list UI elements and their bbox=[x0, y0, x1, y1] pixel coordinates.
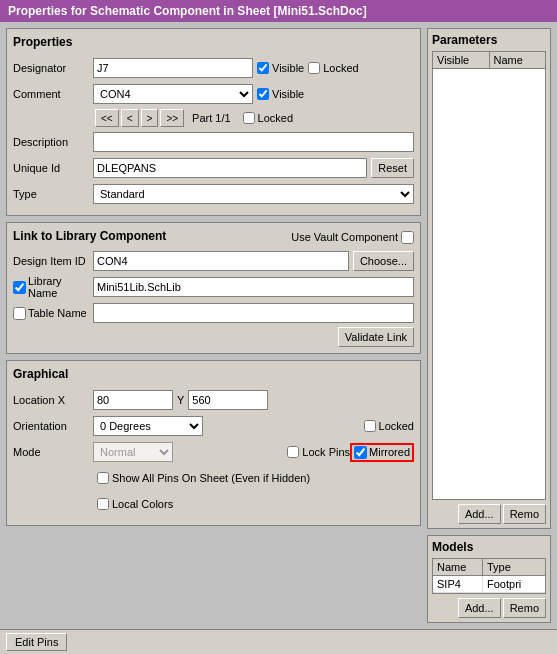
mirrored-text: Mirrored bbox=[369, 446, 410, 458]
description-input[interactable] bbox=[93, 132, 414, 152]
models-add-button[interactable]: Add... bbox=[458, 598, 501, 618]
table-name-label: Table Name bbox=[28, 307, 87, 319]
designator-visible-checkbox[interactable] bbox=[257, 62, 269, 74]
models-col-name: Name bbox=[433, 559, 483, 575]
library-name-row: Library Name bbox=[13, 275, 414, 299]
edit-pins-button[interactable]: Edit Pins bbox=[6, 633, 67, 651]
location-y-input[interactable] bbox=[188, 390, 268, 410]
unique-id-input[interactable] bbox=[93, 158, 367, 178]
design-item-input[interactable] bbox=[93, 251, 349, 271]
orientation-select[interactable]: 0 Degrees 90 Degrees 180 Degrees 270 Deg… bbox=[93, 416, 203, 436]
link-library-section: Link to Library Component Use Vault Comp… bbox=[6, 222, 421, 354]
lock-pins-text: Lock Pins bbox=[302, 446, 350, 458]
validate-link-button[interactable]: Validate Link bbox=[338, 327, 414, 347]
parameters-header: Visible Name bbox=[433, 52, 545, 69]
comment-visible-checkbox[interactable] bbox=[257, 88, 269, 100]
location-x-input[interactable] bbox=[93, 390, 173, 410]
parameters-table: Visible Name bbox=[432, 51, 546, 500]
models-row-0[interactable]: SIP4 Footpri bbox=[433, 576, 545, 593]
library-name-checkbox[interactable] bbox=[13, 281, 26, 294]
models-section: Models Name Type SIP4 Footpri Add... Rem… bbox=[427, 535, 551, 623]
mirrored-checkbox[interactable] bbox=[354, 446, 367, 459]
nav-locked-text: Locked bbox=[258, 112, 293, 124]
models-remove-button[interactable]: Remo bbox=[503, 598, 546, 618]
table-name-row: Table Name bbox=[13, 303, 414, 323]
nav-next-btn[interactable]: > bbox=[141, 109, 159, 127]
mode-select[interactable]: Normal bbox=[93, 442, 173, 462]
description-row: Description bbox=[13, 131, 414, 153]
models-add-row: Add... Remo bbox=[432, 598, 546, 618]
graphical-section: Graphical Location X Y Orientation 0 Deg… bbox=[6, 360, 421, 526]
designator-locked-checkbox[interactable] bbox=[308, 62, 320, 74]
table-name-checkbox[interactable] bbox=[13, 307, 26, 320]
comment-row: Comment CON4 Visible bbox=[13, 83, 414, 105]
nav-first-btn[interactable]: << bbox=[95, 109, 119, 127]
nav-prev-btn[interactable]: < bbox=[121, 109, 139, 127]
nav-row: << < > >> Part 1/1 Locked bbox=[13, 109, 414, 127]
location-label: Location X bbox=[13, 394, 93, 406]
graphical-locked-checkbox[interactable] bbox=[364, 420, 376, 432]
unique-id-row: Unique Id Reset bbox=[13, 157, 414, 179]
right-panel: Parameters Visible Name Add... Remo Mode… bbox=[427, 22, 557, 629]
comment-select[interactable]: CON4 bbox=[93, 84, 253, 104]
show-all-pins-text: Show All Pins On Sheet (Even if Hidden) bbox=[112, 472, 310, 484]
show-all-pins-checkbox[interactable] bbox=[97, 472, 109, 484]
models-table: Name Type SIP4 Footpri bbox=[432, 558, 546, 594]
left-panel: Properties Designator Visible Locked Com… bbox=[0, 22, 427, 629]
models-cell-type-0: Footpri bbox=[483, 576, 545, 592]
design-item-label: Design Item ID bbox=[13, 255, 93, 267]
local-colors-label[interactable]: Local Colors bbox=[97, 498, 173, 510]
designator-locked-label[interactable]: Locked bbox=[308, 62, 358, 74]
design-item-row: Design Item ID Choose... bbox=[13, 251, 414, 271]
mirrored-container: Mirrored bbox=[350, 443, 414, 462]
unique-id-label: Unique Id bbox=[13, 162, 93, 174]
local-colors-text: Local Colors bbox=[112, 498, 173, 510]
orientation-label: Orientation bbox=[13, 420, 93, 432]
validate-row: Validate Link bbox=[13, 327, 414, 347]
nav-last-btn[interactable]: >> bbox=[160, 109, 184, 127]
reset-button[interactable]: Reset bbox=[371, 158, 414, 178]
library-name-check-label[interactable]: Library Name bbox=[13, 275, 93, 299]
designator-input[interactable] bbox=[93, 58, 253, 78]
parameters-add-button[interactable]: Add... bbox=[458, 504, 501, 524]
designator-locked-text: Locked bbox=[323, 62, 358, 74]
y-label: Y bbox=[177, 394, 184, 406]
properties-title: Properties bbox=[13, 35, 414, 51]
models-header: Name Type bbox=[433, 559, 545, 576]
param-col-name: Name bbox=[490, 52, 546, 68]
models-col-type: Type bbox=[483, 559, 545, 575]
parameters-remove-button[interactable]: Remo bbox=[503, 504, 546, 524]
table-name-check-label[interactable]: Table Name bbox=[13, 307, 93, 320]
use-vault-label: Use Vault Component bbox=[291, 231, 398, 243]
mode-row: Mode Normal Lock Pins Mirrored bbox=[13, 441, 414, 463]
models-cell-name-0: SIP4 bbox=[433, 576, 483, 592]
nav-locked-checkbox[interactable] bbox=[243, 112, 255, 124]
properties-section: Properties Designator Visible Locked Com… bbox=[6, 28, 421, 216]
library-name-label: Library Name bbox=[28, 275, 93, 299]
comment-visible-label[interactable]: Visible bbox=[257, 88, 304, 100]
type-select[interactable]: Standard Net Tie (In BOM) Net Tie (Not i… bbox=[93, 184, 414, 204]
choose-button[interactable]: Choose... bbox=[353, 251, 414, 271]
graphical-locked-label[interactable]: Locked bbox=[364, 420, 414, 432]
table-name-input[interactable] bbox=[93, 303, 414, 323]
local-colors-checkbox[interactable] bbox=[97, 498, 109, 510]
bottom-bar: Edit Pins bbox=[0, 629, 557, 654]
comment-visible-text: Visible bbox=[272, 88, 304, 100]
parameters-section: Parameters Visible Name Add... Remo bbox=[427, 28, 551, 529]
designator-visible-label[interactable]: Visible bbox=[257, 62, 304, 74]
library-name-input[interactable] bbox=[93, 277, 414, 297]
lock-pins-label[interactable]: Lock Pins bbox=[287, 446, 350, 458]
title-text: Properties for Schematic Component in Sh… bbox=[8, 4, 367, 18]
use-vault-checkbox[interactable] bbox=[401, 231, 414, 244]
local-colors-row: Local Colors bbox=[93, 493, 414, 515]
designator-row: Designator Visible Locked bbox=[13, 57, 414, 79]
lock-pins-checkbox[interactable] bbox=[287, 446, 299, 458]
description-label: Description bbox=[13, 136, 93, 148]
type-label: Type bbox=[13, 188, 93, 200]
designator-label: Designator bbox=[13, 62, 93, 74]
designator-visible-text: Visible bbox=[272, 62, 304, 74]
nav-locked-label[interactable]: Locked bbox=[243, 112, 293, 124]
parameters-body bbox=[433, 69, 545, 149]
show-all-pins-label[interactable]: Show All Pins On Sheet (Even if Hidden) bbox=[97, 472, 310, 484]
parameters-add-row: Add... Remo bbox=[432, 504, 546, 524]
